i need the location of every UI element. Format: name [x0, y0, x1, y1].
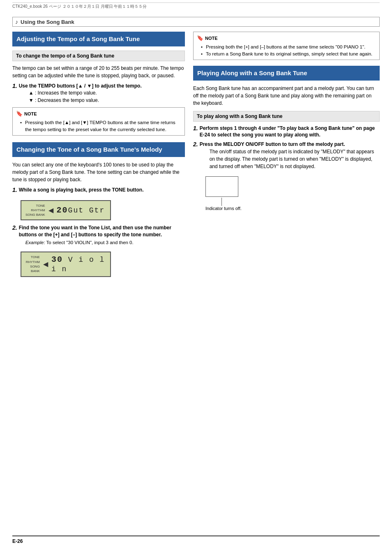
- tone-step1: 1. While a song is playing back, press t…: [12, 187, 185, 194]
- playing-step2-bullets: The on/off status of the melody part is …: [206, 148, 380, 170]
- right-note-label: 🔖 NOTE: [197, 34, 376, 42]
- page-footer: E-26: [12, 536, 380, 544]
- tempo-bullet-1: ▲ : Increases the tempo value.: [29, 89, 185, 97]
- page: CTK240_e.book 26 ページ ２０１０年２月１日 月曜日 午前１１時…: [0, 2, 392, 554]
- lcd-display-1: TONE RHYTHM SONG BANK ◀ 20Gut Gtr: [21, 200, 111, 221]
- playing-sub-header: To play along with a Song Bank tune: [193, 111, 380, 122]
- tempo-body-text: The tempo can be set within a range of 2…: [12, 65, 185, 79]
- tempo-note-bullet-1: Pressing both the [▲] and [▼] TEMPO butt…: [20, 119, 181, 134]
- playing-step1: 1. Perform steps 1 through 4 under "To p…: [193, 125, 380, 139]
- lcd1-text: 20Gut Gtr: [57, 205, 105, 215]
- section-playing: Playing Along with a Song Bank Tune Each…: [193, 66, 380, 211]
- section-banner-title: Using the Song Bank: [21, 19, 74, 25]
- tone-step2-content: Find the tone you want in the Tone List,…: [19, 224, 185, 245]
- right-note-bullet-2: To return a Song Bank tune to its origin…: [201, 51, 376, 58]
- tone-body-text: You can select any one of the keyboard's…: [12, 161, 185, 183]
- file-info-text: CTK240_e.book 26 ページ ２０１０年２月１日 月曜日 午前１１時…: [12, 4, 147, 9]
- playing-step1-content: Perform steps 1 through 4 under "To play…: [200, 125, 380, 139]
- tempo-step1: 1. Use the TEMPO buttons [▲ / ▼] to adju…: [12, 83, 185, 104]
- tempo-note-label: 🔖 NOTE: [16, 110, 181, 118]
- music-note-icon: ♪: [15, 18, 18, 25]
- section-tone-header: Changing the Tone of a Song Bank Tune's …: [12, 142, 185, 157]
- tone-step1-number: 1.: [12, 187, 17, 193]
- lcd2-arrow: ◀: [43, 260, 48, 268]
- playing-step2-text: Press the MELODY ON/OFF button to turn o…: [200, 141, 345, 147]
- right-note-box: 🔖 NOTE Pressing both the [+] and [–] but…: [193, 32, 380, 60]
- lcd1-arrow: ◀: [48, 206, 53, 214]
- tone-step2-number: 2.: [12, 224, 17, 231]
- section-tone-title: Changing the Tone of a Song Bank Tune's …: [16, 146, 162, 153]
- tone-step2-example: Example: To select "30 VIOLIN", input 3 …: [25, 240, 185, 245]
- section-tempo-title: Adjusting the Tempo of a Song Bank Tune: [16, 35, 140, 42]
- tone-step2-text: Find the tone you want in the Tone List,…: [19, 225, 171, 238]
- tempo-step1-content: Use the TEMPO buttons [▲ / ▼] to adjust …: [19, 83, 185, 104]
- main-content: Adjusting the Tempo of a Song Bank Tune …: [12, 32, 380, 288]
- playing-step2: 2. Press the MELODY ON/OFF button to tur…: [193, 141, 380, 170]
- right-note-bullet-1: Pressing both the [+] and [–] buttons at…: [201, 44, 376, 51]
- playing-step1-text: Perform steps 1 through 4 under "To play…: [200, 125, 375, 138]
- page-number: E-26: [12, 538, 23, 544]
- file-info: CTK240_e.book 26 ページ ２０１０年２月１日 月曜日 午前１１時…: [12, 2, 380, 9]
- section-banner: ♪ Using the Song Bank: [12, 17, 380, 27]
- tempo-note-bullets: Pressing both the [▲] and [▼] TEMPO butt…: [20, 119, 181, 134]
- lcd2-labels: TONE RHYTHM SONG BANK: [25, 255, 40, 273]
- tempo-bullet-2: ▼ : Decreases the tempo value.: [29, 97, 185, 104]
- tone-step1-content: While a song is playing back, press the …: [19, 187, 185, 194]
- tempo-note-box: 🔖 NOTE Pressing both the [▲] and [▼] TEM…: [12, 107, 185, 136]
- indicator-label: Indicator turns off.: [205, 206, 242, 211]
- left-column: Adjusting the Tempo of a Song Bank Tune …: [12, 32, 185, 288]
- tempo-sub-header-text: To change the tempo of a Song Bank tune: [16, 53, 114, 59]
- indicator-diagram: Indicator turns off.: [205, 176, 380, 211]
- section-playing-title: Playing Along with a Song Bank Tune: [197, 69, 307, 76]
- tempo-step1-text: Use the TEMPO buttons [▲ / ▼] to adjust …: [19, 83, 142, 89]
- tempo-step1-number: 1.: [12, 83, 17, 89]
- indicator-line: [221, 198, 222, 206]
- lcd1-labels: TONE RHYTHM SONG BANK: [25, 203, 45, 217]
- right-note-icon: 🔖: [197, 34, 203, 42]
- section-tempo: Adjusting the Tempo of a Song Bank Tune …: [12, 32, 185, 136]
- note-icon: 🔖: [16, 110, 23, 118]
- right-note-bullets: Pressing both the [+] and [–] buttons at…: [201, 44, 376, 58]
- playing-step2-number: 2.: [193, 141, 198, 148]
- playing-body-text: Each Song Bank tune has an accompaniment…: [193, 85, 380, 107]
- section-tone: Changing the Tone of a Song Bank Tune's …: [12, 142, 185, 281]
- tone-step2: 2. Find the tone you want in the Tone Li…: [12, 224, 185, 245]
- playing-step1-number: 1.: [193, 125, 198, 132]
- playing-sub-header-text: To play along with a Song Bank tune: [197, 113, 282, 119]
- tempo-sub-header: To change the tempo of a Song Bank tune: [12, 51, 185, 61]
- tempo-step1-bullets: ▲ : Increases the tempo value. ▼ : Decre…: [25, 89, 185, 104]
- lcd2-text: 30 V i o l i n: [51, 255, 106, 274]
- right-column: 🔖 NOTE Pressing both the [+] and [–] but…: [193, 32, 380, 288]
- playing-step2-content: Press the MELODY ON/OFF button to turn o…: [200, 141, 380, 170]
- section-tempo-header: Adjusting the Tempo of a Song Bank Tune: [12, 32, 185, 46]
- indicator-box: [205, 176, 238, 197]
- playing-bullet-1: The on/off status of the melody part is …: [210, 148, 380, 170]
- section-playing-header: Playing Along with a Song Bank Tune: [193, 66, 380, 81]
- lcd-display-2: TONE RHYTHM SONG BANK ◀ 30 V i o l i n: [21, 252, 111, 277]
- tone-step1-text: While a song is playing back, press the …: [19, 187, 144, 193]
